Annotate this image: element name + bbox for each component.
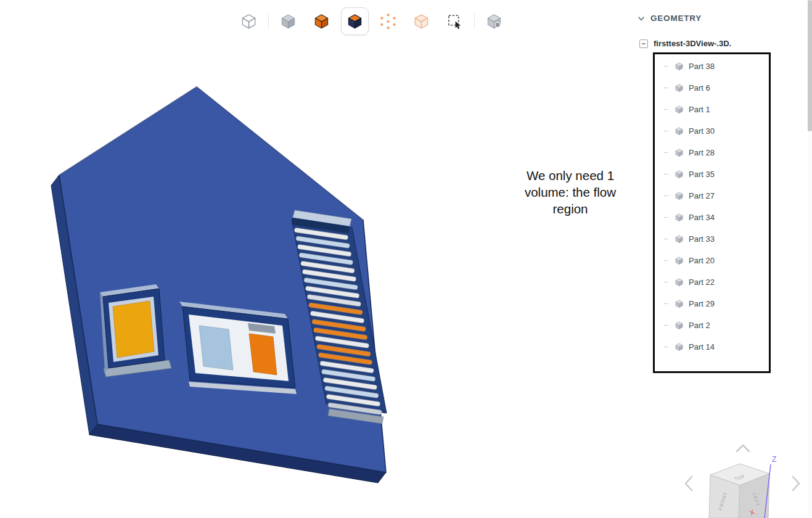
part-row[interactable]: Part 1 xyxy=(627,99,808,120)
solid-cube-icon xyxy=(280,13,297,30)
tree-connector xyxy=(664,88,668,88)
part-row[interactable]: Part 34 xyxy=(627,207,808,228)
parts-list: Part 38 Part 6 Part 1 Part 30 Part 28 Pa… xyxy=(627,56,808,358)
tree-connector xyxy=(664,303,668,304)
part-row[interactable]: Part 20 xyxy=(627,250,808,271)
cube-icon xyxy=(675,321,684,330)
tree-connector xyxy=(664,325,668,326)
part-label: Part 38 xyxy=(689,62,715,71)
tree-root-item[interactable]: firsttest-3DView-.3D. xyxy=(639,39,731,48)
cube-icon xyxy=(675,83,684,92)
part-label: Part 22 xyxy=(689,278,715,287)
tree-connector xyxy=(664,239,668,239)
cube-icon xyxy=(675,299,684,308)
transparent-cube-icon xyxy=(413,13,430,30)
rotate-left-chevron[interactable] xyxy=(686,477,692,490)
part-row[interactable]: Part 30 xyxy=(627,120,808,142)
rotate-right-chevron[interactable] xyxy=(793,477,799,490)
cube-icon xyxy=(675,191,684,200)
cube-icon xyxy=(675,213,684,222)
part-label: Part 35 xyxy=(689,170,715,179)
toolbar-separator xyxy=(474,13,475,29)
toolbar-button-highlight-solid[interactable] xyxy=(308,7,335,35)
annotation-line: volume: the flow xyxy=(499,184,641,200)
part-row[interactable]: Part 29 xyxy=(627,293,808,314)
geometry-panel: GEOMETRY firsttest-3DView-.3D. Part 38 P… xyxy=(627,0,808,382)
cube-icon xyxy=(675,342,684,352)
annotation-text: We only need 1 volume: the flow region xyxy=(499,167,641,217)
part-label: Part 2 xyxy=(689,321,710,330)
vertices-selection-icon xyxy=(380,13,396,30)
part-label: Part 33 xyxy=(689,234,715,244)
part-label: Part 27 xyxy=(689,191,715,200)
toolbar-button-transparent[interactable] xyxy=(408,7,435,35)
tree-root-label: firsttest-3DView-.3D. xyxy=(654,39,731,48)
toolbar-button-cube-settings[interactable] xyxy=(480,7,508,35)
highlight-solid-cube-icon xyxy=(313,13,330,30)
tree-connector xyxy=(664,282,668,282)
view-cube-body[interactable]: TOP FRONT LEFT xyxy=(709,464,769,518)
toolbar-button-solid[interactable] xyxy=(274,7,302,35)
part-label: Part 20 xyxy=(689,256,715,265)
tree-connector xyxy=(664,174,668,175)
tree-connector xyxy=(664,152,668,153)
toolbar-button-vertices[interactable] xyxy=(374,7,402,35)
house-model[interactable] xyxy=(51,87,387,483)
part-row[interactable]: Part 6 xyxy=(627,77,808,99)
toolbar-button-wireframe[interactable] xyxy=(235,7,263,35)
cube-icon xyxy=(675,278,684,287)
tree-connector xyxy=(664,347,668,347)
toolbar-button-volume-selection[interactable] xyxy=(341,7,369,35)
part-label: Part 14 xyxy=(689,342,715,352)
cube-icon xyxy=(675,256,684,265)
annotation-line: region xyxy=(499,200,641,217)
part-row[interactable]: Part 27 xyxy=(627,185,808,207)
part-label: Part 34 xyxy=(689,213,715,222)
tree-connector xyxy=(664,260,668,261)
volume-selection-cube-icon xyxy=(347,13,363,30)
part-label: Part 30 xyxy=(689,126,715,136)
tree-connector xyxy=(664,66,668,67)
part-row[interactable]: Part 33 xyxy=(627,228,808,250)
tree-connector xyxy=(664,109,668,110)
cube-settings-icon xyxy=(486,13,502,30)
toolbar-button-box-select[interactable] xyxy=(441,7,469,35)
part-row[interactable]: Part 38 xyxy=(627,56,808,77)
cube-icon xyxy=(675,62,684,71)
cube-icon xyxy=(675,148,684,157)
panel-title: GEOMETRY xyxy=(650,14,702,23)
cube-icon xyxy=(675,126,684,136)
cube-icon xyxy=(675,170,684,179)
viewport-3d[interactable] xyxy=(0,0,627,518)
wireframe-cube-icon xyxy=(240,13,257,30)
annotation-line: We only need 1 xyxy=(499,167,641,184)
part-label: Part 28 xyxy=(689,148,715,157)
view-toolbar xyxy=(235,7,508,35)
part-label: Part 6 xyxy=(689,83,710,92)
geometry-panel-header[interactable]: GEOMETRY xyxy=(638,14,702,23)
part-row[interactable]: Part 2 xyxy=(627,314,808,336)
part-row[interactable]: Part 35 xyxy=(627,163,808,185)
minus-box-icon[interactable] xyxy=(639,39,648,48)
tree-connector xyxy=(664,131,668,131)
part-row[interactable]: Part 28 xyxy=(627,142,808,163)
rotate-up-chevron[interactable] xyxy=(737,445,749,451)
z-axis-label: Z xyxy=(772,455,776,464)
part-label: Part 29 xyxy=(689,299,715,308)
toolbar-separator xyxy=(268,13,269,29)
cube-icon xyxy=(675,234,684,244)
cube-icon xyxy=(675,105,684,114)
view-cube[interactable]: TOP FRONT LEFT Z X xyxy=(678,435,812,518)
tree-connector xyxy=(664,195,668,196)
part-row[interactable]: Part 22 xyxy=(627,271,808,293)
minus-icon xyxy=(641,41,646,46)
part-label: Part 1 xyxy=(689,105,710,114)
chevron-down-icon xyxy=(638,15,645,22)
box-select-icon xyxy=(446,13,463,30)
window-middle xyxy=(179,302,297,394)
scrollbar-thumb[interactable] xyxy=(808,0,812,131)
tree-connector xyxy=(664,217,668,218)
part-row[interactable]: Part 14 xyxy=(627,336,808,358)
